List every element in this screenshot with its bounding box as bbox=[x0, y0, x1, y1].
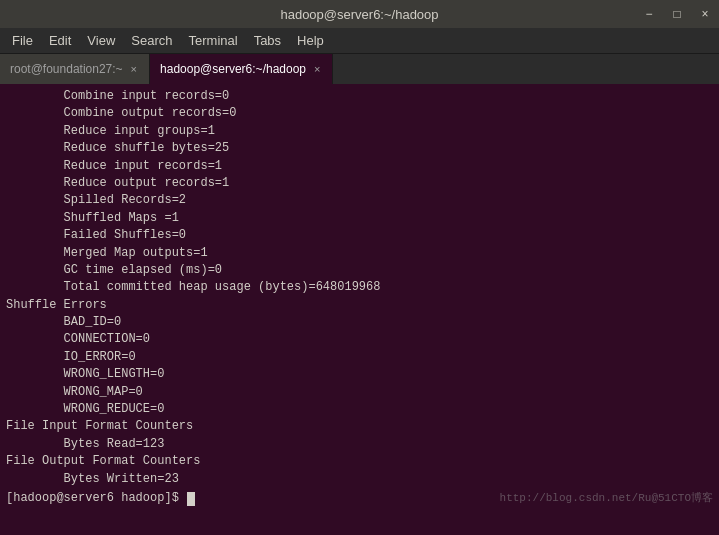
tab-hadoop[interactable]: hadoop@server6:~/hadoop × bbox=[150, 54, 333, 84]
terminal-prompt: [hadoop@server6 hadoop]$ bbox=[6, 490, 186, 507]
terminal-line: Merged Map outputs=1 bbox=[6, 245, 713, 262]
tab-root-close[interactable]: × bbox=[129, 62, 139, 76]
tab-root[interactable]: root@foundation27:~ × bbox=[0, 54, 150, 84]
watermark-text: http://blog.csdn.net/Ru@51CTO博客 bbox=[500, 491, 713, 507]
terminal-line: Bytes Read=123 bbox=[6, 436, 713, 453]
terminal-line: Reduce shuffle bytes=25 bbox=[6, 140, 713, 157]
window-controls: − □ × bbox=[635, 0, 719, 28]
terminal-line: Total committed heap usage (bytes)=64801… bbox=[6, 279, 713, 296]
terminal-cursor bbox=[187, 492, 195, 506]
menu-terminal[interactable]: Terminal bbox=[181, 31, 246, 50]
tab-root-label: root@foundation27:~ bbox=[10, 62, 123, 76]
terminal-line: Shuffled Maps =1 bbox=[6, 210, 713, 227]
menu-file[interactable]: File bbox=[4, 31, 41, 50]
terminal-line: WRONG_REDUCE=0 bbox=[6, 401, 713, 418]
terminal-line: Combine output records=0 bbox=[6, 105, 713, 122]
menu-tabs[interactable]: Tabs bbox=[246, 31, 289, 50]
terminal-line: File Output Format Counters bbox=[6, 453, 713, 470]
terminal-line: Shuffle Errors bbox=[6, 297, 713, 314]
terminal-area[interactable]: Combine input records=0 Combine output r… bbox=[0, 84, 719, 535]
terminal-line: WRONG_MAP=0 bbox=[6, 384, 713, 401]
terminal-line: GC time elapsed (ms)=0 bbox=[6, 262, 713, 279]
close-button[interactable]: × bbox=[691, 0, 719, 28]
terminal-line: Reduce input groups=1 bbox=[6, 123, 713, 140]
menu-help[interactable]: Help bbox=[289, 31, 332, 50]
tab-hadoop-close[interactable]: × bbox=[312, 62, 322, 76]
terminal-line: Bytes Written=23 bbox=[6, 471, 179, 488]
minimize-button[interactable]: − bbox=[635, 0, 663, 28]
menu-view[interactable]: View bbox=[79, 31, 123, 50]
terminal-line: Failed Shuffles=0 bbox=[6, 227, 713, 244]
terminal-line: IO_ERROR=0 bbox=[6, 349, 713, 366]
tab-bar: root@foundation27:~ × hadoop@server6:~/h… bbox=[0, 54, 719, 84]
title-bar: hadoop@server6:~/hadoop − □ × bbox=[0, 0, 719, 28]
tab-hadoop-label: hadoop@server6:~/hadoop bbox=[160, 62, 306, 76]
menu-edit[interactable]: Edit bbox=[41, 31, 79, 50]
terminal-line: Reduce input records=1 bbox=[6, 158, 713, 175]
menu-bar: File Edit View Search Terminal Tabs Help bbox=[0, 28, 719, 54]
terminal-line: WRONG_LENGTH=0 bbox=[6, 366, 713, 383]
menu-search[interactable]: Search bbox=[123, 31, 180, 50]
terminal-line: Combine input records=0 bbox=[6, 88, 713, 105]
terminal-line: Spilled Records=2 bbox=[6, 192, 713, 209]
terminal-line: BAD_ID=0 bbox=[6, 314, 713, 331]
maximize-button[interactable]: □ bbox=[663, 0, 691, 28]
terminal-line: Reduce output records=1 bbox=[6, 175, 713, 192]
terminal-line: File Input Format Counters bbox=[6, 418, 713, 435]
window-title: hadoop@server6:~/hadoop bbox=[280, 7, 438, 22]
terminal-line: CONNECTION=0 bbox=[6, 331, 713, 348]
terminal-prompt-line: [hadoop@server6 hadoop]$ bbox=[6, 490, 195, 507]
